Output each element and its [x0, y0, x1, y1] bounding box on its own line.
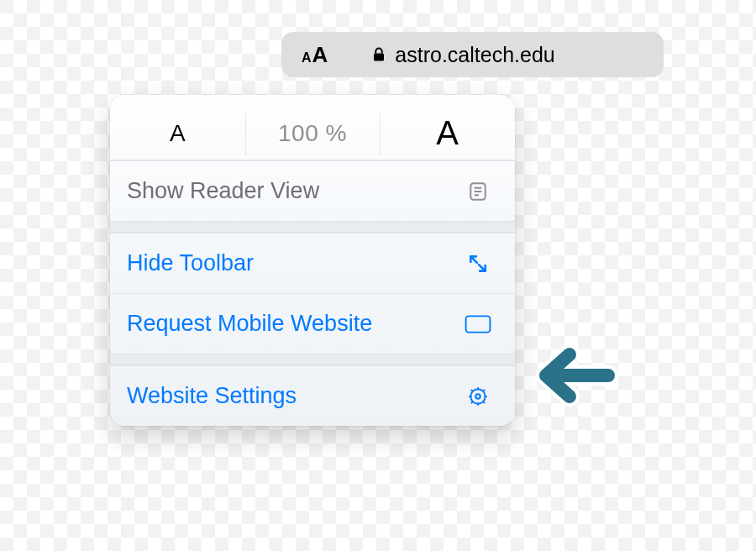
zoom-percent-button[interactable]: 100 % [245, 107, 381, 160]
svg-rect-7 [466, 316, 491, 332]
gear-icon [465, 383, 491, 410]
svg-line-16 [471, 401, 473, 402]
svg-point-9 [475, 394, 480, 398]
hide-toolbar-row[interactable]: Hide Toolbar [110, 233, 515, 293]
website-settings-row[interactable]: Website Settings [110, 365, 515, 426]
zoom-row: A 100 % A [110, 95, 515, 160]
reader-icon [465, 178, 491, 205]
zoom-out-button[interactable]: A [110, 107, 245, 160]
request-mobile-website-label: Request Mobile Website [127, 311, 372, 337]
request-mobile-website-row[interactable]: Request Mobile Website [110, 293, 515, 354]
svg-line-14 [471, 389, 473, 391]
hide-toolbar-label: Hide Toolbar [127, 250, 254, 276]
text-size-aa-button[interactable]: AA [302, 42, 328, 68]
lock-icon [371, 45, 386, 64]
svg-line-17 [483, 389, 485, 391]
show-reader-view-label: Show Reader View [127, 178, 319, 204]
svg-rect-0 [374, 54, 384, 61]
website-settings-label: Website Settings [127, 383, 297, 409]
expand-arrows-icon [465, 250, 491, 277]
divider [110, 221, 515, 233]
divider [110, 354, 515, 365]
svg-line-15 [483, 401, 485, 402]
url-text: astro.caltech.edu [395, 43, 554, 67]
zoom-in-button[interactable]: A [380, 107, 515, 160]
show-reader-view-row[interactable]: Show Reader View [110, 160, 515, 221]
annotation-arrow-icon [528, 341, 620, 410]
device-rectangle-icon [465, 311, 491, 338]
address-bar[interactable]: AA astro.caltech.edu [281, 32, 664, 77]
text-size-popover: A 100 % A Show Reader View Hide Toolbar [110, 95, 515, 426]
